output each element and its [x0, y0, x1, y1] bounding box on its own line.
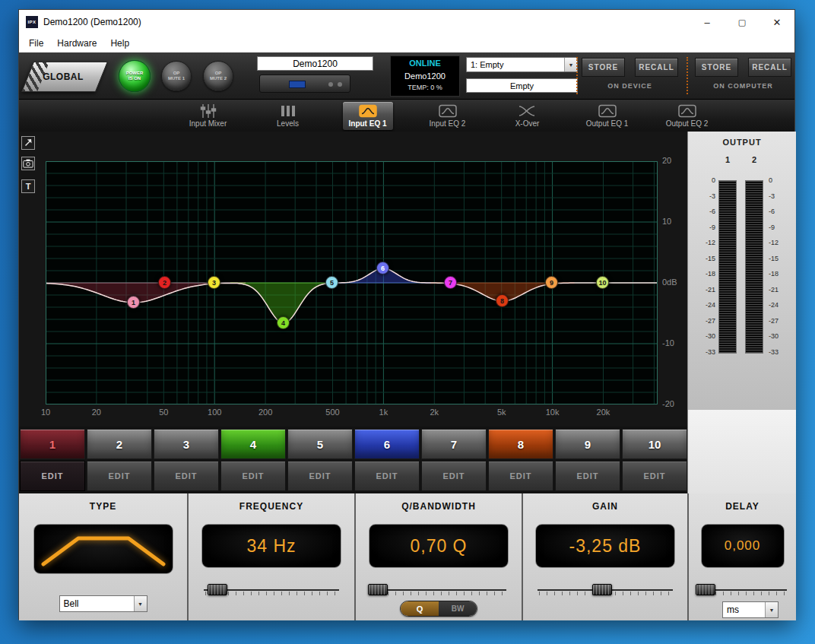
- chevron-down-icon: ▼: [564, 58, 577, 71]
- maximize-button[interactable]: ▢: [725, 10, 760, 34]
- db-tick-label: -20: [662, 399, 674, 408]
- slider-grip[interactable]: [592, 584, 612, 595]
- recall-on-computer-button[interactable]: RECALL: [748, 58, 791, 77]
- edit-button-5[interactable]: EDIT: [287, 461, 353, 491]
- snapshot-tool-button[interactable]: [21, 157, 35, 170]
- tab-input-mixer[interactable]: Input Mixer: [168, 100, 248, 132]
- band-button-4[interactable]: 4: [220, 429, 286, 459]
- freq-tick-label: 10: [41, 408, 50, 417]
- store-on-computer-button[interactable]: STORE: [695, 58, 738, 77]
- tab-label: Input Mixer: [189, 119, 227, 128]
- edit-button-2[interactable]: EDIT: [87, 461, 152, 491]
- freq-tick-label: 10k: [546, 408, 560, 417]
- band-button-9[interactable]: 9: [555, 429, 620, 459]
- recall-on-device-button[interactable]: RECALL: [635, 58, 678, 77]
- resize-tool-button[interactable]: [21, 136, 35, 150]
- eq-band-handle-10[interactable]: 10: [596, 276, 609, 289]
- op-mute-1-button[interactable]: OP MUTE 1: [161, 61, 192, 91]
- tab-input-eq-2[interactable]: Input EQ 2: [408, 100, 487, 132]
- tab-input-eq-1[interactable]: Input EQ 1: [328, 100, 408, 132]
- meter-scale-value: 0: [769, 176, 790, 184]
- eq-band-handle-2[interactable]: 2: [158, 276, 171, 289]
- menu-item-hardware[interactable]: Hardware: [50, 34, 103, 52]
- global-button[interactable]: GLOBAL: [21, 62, 95, 92]
- device-front-panel-image: [259, 75, 350, 93]
- eq-band-handle-3[interactable]: 3: [208, 276, 220, 289]
- edit-button-10[interactable]: EDIT: [622, 461, 687, 491]
- delay-unit-select[interactable]: ms ▼: [722, 601, 779, 618]
- band-row: 12345678910: [19, 427, 687, 459]
- eq-band-handle-7[interactable]: 7: [444, 276, 457, 289]
- freq-tick-label: 50: [159, 408, 168, 417]
- temperature-readout: TEMP: 0 %: [391, 82, 459, 94]
- edit-button-4[interactable]: EDIT: [220, 461, 286, 491]
- menu-item-file[interactable]: File: [22, 34, 50, 52]
- tab-label: Output EQ 2: [666, 119, 709, 128]
- band-button-10[interactable]: 10: [622, 429, 687, 459]
- tab-x-over[interactable]: X-Over: [487, 100, 567, 132]
- toolbar-separator: [576, 57, 578, 94]
- frequency-slider[interactable]: [204, 584, 339, 596]
- edit-button-3[interactable]: EDIT: [154, 461, 219, 491]
- slider-grip[interactable]: [208, 584, 227, 595]
- eq-band-handle-5[interactable]: 5: [325, 276, 338, 289]
- tab-label: Input EQ 2: [430, 119, 466, 128]
- bell-curve-icon: [39, 529, 168, 569]
- type-select[interactable]: Bell ▼: [59, 595, 147, 612]
- mixer-icon: [200, 103, 217, 119]
- edit-button-1[interactable]: EDIT: [20, 461, 85, 491]
- band-button-3[interactable]: 3: [154, 429, 219, 459]
- meter-scale-value: -21: [694, 286, 715, 293]
- app-window: IPX Demo1200 (Demo1200) – ▢ ✕ File Hardw…: [18, 9, 795, 620]
- q-bandwidth-label: Q/BANDWIDTH: [356, 501, 522, 512]
- eq-graph-area[interactable]: 12345678910: [46, 161, 658, 404]
- slider-grip[interactable]: [368, 584, 388, 595]
- eq-icon: [598, 103, 617, 119]
- band-button-6[interactable]: 6: [354, 429, 420, 459]
- band-button-8[interactable]: 8: [488, 429, 553, 459]
- band-button-2[interactable]: 2: [87, 429, 152, 459]
- tab-label: Levels: [277, 119, 299, 128]
- store-on-device-button[interactable]: STORE: [582, 58, 625, 77]
- edit-button-7[interactable]: EDIT: [421, 461, 487, 491]
- type-label: TYPE: [19, 501, 187, 512]
- power-button[interactable]: POWER IS ON: [119, 60, 151, 92]
- tab-levels[interactable]: Levels: [248, 100, 328, 132]
- close-button[interactable]: ✕: [760, 10, 794, 34]
- gain-label: GAIN: [523, 501, 687, 512]
- q-toggle-button[interactable]: Q: [401, 601, 439, 616]
- edit-button-6[interactable]: EDIT: [354, 461, 420, 491]
- eq-band-handle-9[interactable]: 9: [545, 276, 558, 289]
- band-button-5[interactable]: 5: [287, 429, 353, 459]
- eq-band-handle-4[interactable]: 4: [277, 316, 290, 329]
- db-tick-label: 0dB: [662, 278, 677, 287]
- eq-band-handle-1[interactable]: 1: [127, 296, 140, 309]
- meter-scale-value: -15: [694, 255, 715, 262]
- chevron-down-icon: ▼: [765, 602, 778, 617]
- slider-grip[interactable]: [696, 584, 715, 595]
- meter-scale-value: -33: [769, 348, 790, 356]
- q-slider[interactable]: [371, 584, 506, 596]
- meter-scale-value: -33: [694, 348, 715, 356]
- gain-slider[interactable]: [538, 584, 673, 596]
- output-title: OUTPUT: [688, 138, 796, 147]
- minimize-button[interactable]: –: [690, 10, 725, 34]
- text-tool-button[interactable]: T: [21, 179, 35, 193]
- eq-icon: [678, 103, 696, 119]
- preset-select[interactable]: 1: Empty ▼: [466, 57, 578, 72]
- bw-toggle-button[interactable]: BW: [439, 601, 477, 616]
- menu-item-help[interactable]: Help: [103, 34, 136, 52]
- eq-band-handle-8[interactable]: 8: [496, 294, 509, 307]
- op-mute-2-button[interactable]: OP MUTE 2: [203, 61, 233, 91]
- edit-button-9[interactable]: EDIT: [555, 461, 620, 491]
- band-button-7[interactable]: 7: [421, 429, 487, 459]
- band-button-1[interactable]: 1: [20, 429, 85, 459]
- delay-slider[interactable]: [699, 584, 787, 596]
- tab-output-eq-1[interactable]: Output EQ 1: [567, 100, 647, 132]
- tab-output-eq-2[interactable]: Output EQ 2: [647, 100, 727, 132]
- eq-band-handle-6[interactable]: 6: [376, 262, 389, 274]
- preset-name-input[interactable]: [466, 78, 578, 93]
- device-name-input[interactable]: [257, 56, 373, 71]
- camera-icon: [23, 159, 33, 168]
- edit-button-8[interactable]: EDIT: [488, 461, 553, 491]
